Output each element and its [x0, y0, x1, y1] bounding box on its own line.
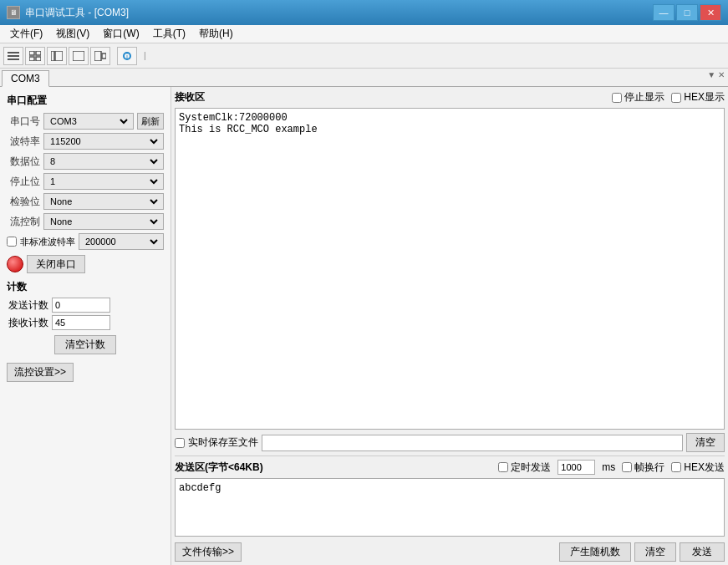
send-button[interactable]: 发送	[680, 542, 725, 562]
send-counter-input[interactable]	[52, 298, 110, 313]
hex-display-text: HEX显示	[684, 90, 725, 104]
save-to-file-label: 实时保存至文件	[188, 435, 258, 450]
toolbar-btn-2[interactable]	[25, 47, 45, 65]
port-label: 串口号	[7, 115, 40, 129]
baud-select-wrapper: 115200	[43, 133, 164, 150]
svg-rect-6	[36, 57, 41, 61]
nonstandard-select[interactable]: 200000	[82, 234, 160, 249]
stopbits-label: 停止位	[7, 175, 40, 189]
refresh-button[interactable]: 刷新	[137, 113, 164, 130]
menu-window[interactable]: 窗口(W)	[96, 25, 145, 43]
parity-select[interactable]: None	[47, 194, 160, 209]
main-content: 串口配置 串口号 COM3 刷新 波特率 115200 数据位	[0, 87, 728, 565]
send-interval-input[interactable]	[557, 460, 595, 475]
port-status-indicator	[7, 256, 23, 272]
toolbar-btn-3[interactable]	[47, 47, 67, 65]
receive-textarea[interactable]: SystemClk:72000000 This is RCC_MCO examp…	[175, 108, 725, 430]
maximize-button[interactable]: □	[676, 4, 698, 21]
hex-send-label[interactable]: HEX发送	[671, 461, 725, 475]
stopbits-row: 停止位 1	[7, 173, 164, 190]
parity-label: 检验位	[7, 195, 40, 209]
tab-dropdown-arrow[interactable]: ▼ ✕	[707, 70, 725, 79]
send-header: 发送区(字节<64KB) 定时发送 ms 帧换行 HEX发送	[175, 460, 725, 475]
hex-display-label[interactable]: HEX显示	[671, 90, 725, 104]
pause-display-checkbox[interactable]	[612, 93, 622, 103]
menu-file[interactable]: 文件(F)	[3, 25, 49, 43]
baud-select[interactable]: 115200	[47, 134, 160, 149]
parity-select-wrapper: None	[43, 193, 164, 210]
nonstandard-checkbox[interactable]	[7, 237, 17, 247]
open-port-button[interactable]: 关闭串口	[27, 255, 85, 273]
databits-select[interactable]: 8	[47, 154, 160, 169]
hex-display-checkbox[interactable]	[671, 93, 681, 103]
title-bar: 🖥 串口调试工具 - [COM3] — □ ✕	[0, 0, 728, 25]
hex-send-text: HEX发送	[684, 461, 725, 475]
send-textarea[interactable]: abcdefg	[175, 478, 725, 537]
random-button[interactable]: 产生随机数	[559, 542, 631, 562]
pause-display-label[interactable]: 停止显示	[612, 90, 664, 104]
close-button[interactable]: ✕	[700, 4, 721, 21]
baud-row: 波特率 115200	[7, 133, 164, 150]
newline-checkbox[interactable]	[622, 462, 632, 472]
file-transfer-button[interactable]: 文件传输>>	[175, 542, 242, 562]
port-select[interactable]: COM3	[47, 114, 130, 129]
receive-title: 接收区	[175, 90, 205, 104]
stopbits-select-wrapper: 1	[43, 173, 164, 190]
nonstandard-label: 非标准波特率	[20, 236, 75, 248]
save-to-file-checkbox[interactable]	[175, 438, 185, 448]
title-bar-left: 🖥 串口调试工具 - [COM3]	[7, 6, 129, 20]
svg-rect-9	[73, 51, 84, 61]
menu-view[interactable]: 视图(V)	[49, 25, 96, 43]
toolbar-btn-options[interactable]: i	[117, 47, 137, 65]
counter-label: 计数	[7, 280, 164, 294]
serial-config-title: 串口配置	[7, 94, 164, 108]
svg-rect-0	[8, 52, 19, 53]
svg-text:i: i	[126, 53, 128, 61]
svg-rect-3	[29, 51, 34, 55]
timed-send-text: 定时发送	[511, 461, 551, 475]
svg-rect-1	[8, 55, 19, 57]
send-area: 发送区(字节<64KB) 定时发送 ms 帧换行 HEX发送	[175, 456, 725, 562]
minimize-button[interactable]: —	[653, 4, 675, 21]
flow-settings-button[interactable]: 流控设置>>	[7, 363, 74, 382]
flowcontrol-select-wrapper: None	[43, 213, 164, 230]
receive-area: 接收区 停止显示 HEX显示 SystemClk:72000000 This i…	[175, 90, 725, 430]
port-row: 串口号 COM3 刷新	[7, 113, 164, 130]
stopbits-select[interactable]: 1	[47, 174, 160, 189]
send-counter-label: 发送计数	[7, 298, 48, 313]
svg-rect-10	[94, 51, 101, 61]
tab-com3[interactable]: COM3	[2, 70, 49, 87]
title-controls: — □ ✕	[653, 4, 721, 21]
menu-tools[interactable]: 工具(T)	[146, 25, 192, 43]
receive-options: 停止显示 HEX显示	[612, 90, 725, 104]
pause-display-text: 停止显示	[624, 90, 664, 104]
databits-select-wrapper: 8	[43, 153, 164, 170]
timed-send-label[interactable]: 定时发送	[498, 461, 551, 475]
toolbar-btn-5[interactable]	[90, 47, 110, 65]
svg-rect-11	[102, 53, 106, 59]
svg-rect-4	[36, 51, 41, 55]
open-port-row: 关闭串口	[7, 255, 164, 273]
recv-counter-input[interactable]	[52, 315, 110, 330]
baud-label: 波特率	[7, 135, 40, 149]
toolbar-btn-1[interactable]	[3, 47, 23, 65]
menu-bar: 文件(F) 视图(V) 窗口(W) 工具(T) 帮助(H)	[0, 25, 728, 43]
save-file-path-input[interactable]	[262, 435, 683, 451]
toolbar-btn-4[interactable]	[69, 47, 89, 65]
clear-counter-button[interactable]: 清空计数	[54, 335, 116, 354]
nonstandard-value-wrapper: 200000	[79, 233, 164, 250]
tab-bar: COM3 ▼ ✕	[0, 69, 728, 87]
flowcontrol-label: 流控制	[7, 215, 40, 229]
port-select-wrapper: COM3	[43, 113, 134, 130]
menu-help[interactable]: 帮助(H)	[192, 25, 240, 43]
send-clear-button[interactable]: 清空	[634, 542, 676, 562]
receive-clear-button[interactable]: 清空	[686, 433, 725, 452]
svg-rect-7	[51, 51, 54, 61]
newline-label[interactable]: 帧换行	[622, 461, 664, 475]
svg-rect-8	[55, 51, 63, 61]
flowcontrol-select[interactable]: None	[47, 214, 160, 229]
hex-send-checkbox[interactable]	[671, 462, 681, 472]
svg-rect-2	[8, 59, 19, 60]
timed-send-checkbox[interactable]	[498, 462, 508, 472]
send-title: 发送区(字节<64KB)	[175, 461, 263, 475]
